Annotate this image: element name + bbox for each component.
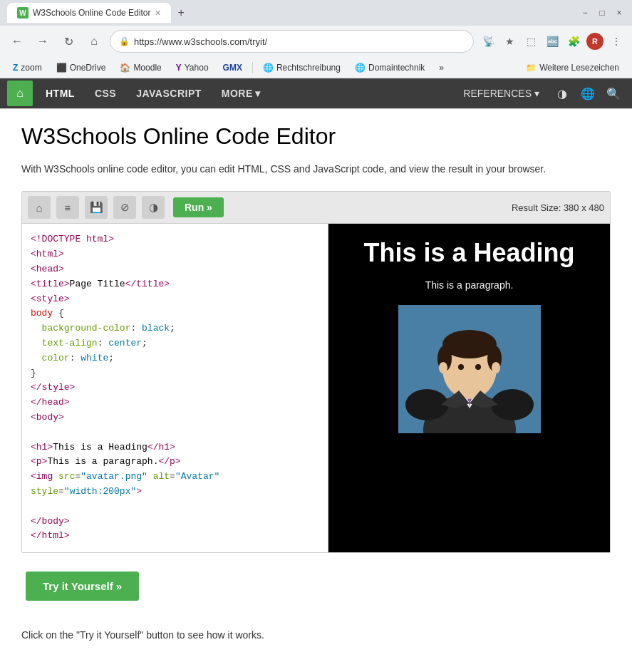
page-title: W3Schools Online Code Editor — [21, 123, 611, 150]
preview-panel: This is a Heading This is a paragraph. — [328, 224, 610, 552]
forward-button[interactable]: → — [33, 31, 53, 51]
nav-css[interactable]: CSS — [85, 81, 126, 106]
translate-icon[interactable]: 🔤 — [544, 33, 561, 50]
address-bar: ← → ↻ ⌂ 🔒 https://www.w3schools.com/tryi… — [0, 26, 632, 57]
further-bookmarks-label: Weitere Lesezeichen — [539, 63, 619, 73]
tab-close-button[interactable]: × — [155, 7, 160, 19]
editor-box: ⌂ ≡ 💾 ⊘ ◑ Run » Result Size: 380 x 480 <… — [21, 191, 611, 553]
nav-references[interactable]: REFERENCES ▾ — [455, 82, 548, 105]
nav-html[interactable]: HTML — [36, 81, 85, 106]
code-line-7: background-color: black; — [31, 321, 319, 336]
window-controls: − □ × — [579, 7, 625, 19]
lock-icon: 🔒 — [119, 36, 130, 46]
nav-more[interactable]: MORE ▾ — [212, 81, 271, 106]
bookmark-domaintechnik-label: Domaintechnik — [368, 63, 425, 73]
footer-description: Click on the "Try it Yourself" button to… — [21, 629, 264, 641]
onedrive-icon: ⬛ — [56, 63, 67, 73]
code-line-17: <img src="avatar.png" alt="Avatar" — [31, 470, 319, 485]
try-it-section: Try it Yourself » — [21, 564, 611, 608]
bookmark-rechtschreibung-label: Rechtschreibung — [276, 63, 341, 73]
gmx-icon: GMX — [223, 63, 242, 73]
nav-javascript[interactable]: JAVASCRIPT — [126, 81, 212, 106]
code-panel[interactable]: <!DOCTYPE html> <html> <head> <title>Pag… — [22, 224, 328, 552]
cast-icon[interactable]: 📡 — [480, 33, 497, 50]
toolbar-home-button[interactable]: ⌂ — [28, 196, 51, 219]
editor-split: <!DOCTYPE html> <html> <head> <title>Pag… — [22, 224, 610, 552]
nav-search-icon[interactable]: 🔍 — [602, 82, 625, 105]
code-line-4: <title>Page Title</title> — [31, 277, 319, 292]
bookmark-star-icon[interactable]: ★ — [501, 33, 518, 50]
bookmark-separator — [252, 62, 253, 73]
code-line-16: <p>This is a paragraph.</p> — [31, 455, 319, 470]
bookmark-zoom-label: zoom — [21, 63, 41, 73]
editor-toolbar: ⌂ ≡ 💾 ⊘ ◑ Run » Result Size: 380 x 480 — [22, 192, 610, 224]
reload-button[interactable]: ↻ — [58, 31, 78, 51]
footer-text: Click on the "Try it Yourself" button to… — [0, 622, 632, 655]
nav-globe-icon[interactable]: 🌐 — [576, 82, 599, 105]
zoom-icon: Z — [13, 63, 18, 73]
new-tab-button[interactable]: + — [171, 2, 192, 24]
nav-theme-toggle[interactable]: ◑ — [551, 82, 574, 105]
close-button[interactable]: × — [613, 7, 625, 19]
url-input[interactable]: 🔒 https://www.w3schools.com/tryit/ — [110, 30, 474, 53]
main-content: W3Schools Online Code Editor With W3Scho… — [0, 109, 632, 622]
bookmark-rechtschreibung[interactable]: 🌐 Rechtschreibung — [257, 61, 346, 74]
further-bookmarks[interactable]: 📁 Weitere Lesezeichen — [520, 61, 625, 74]
nav-references-chevron-icon: ▾ — [534, 88, 539, 99]
extensions-icon[interactable]: 🧩 — [565, 33, 582, 50]
code-line-20: </body> — [31, 515, 319, 529]
nav-more-label: MORE — [222, 88, 253, 99]
code-line-6: body { — [31, 306, 319, 321]
code-line-13: <body> — [31, 410, 319, 425]
run-button[interactable]: Run » — [173, 197, 224, 217]
yahoo-icon: Y — [176, 63, 182, 73]
preview-heading: This is a Heading — [343, 238, 596, 268]
menu-icon[interactable]: ⋮ — [608, 33, 625, 50]
bookmark-more[interactable]: » — [433, 61, 450, 74]
code-line-19 — [31, 500, 319, 515]
code-line-8: text-align: center; — [31, 336, 319, 351]
bookmark-yahoo-label: Yahoo — [185, 63, 209, 73]
toolbar-contrast-button[interactable]: ◑ — [142, 196, 165, 219]
code-line-2: <html> — [31, 247, 319, 262]
bookmark-gmx[interactable]: GMX — [217, 61, 248, 74]
svg-point-12 — [475, 364, 481, 370]
w3schools-home-button[interactable]: ⌂ — [7, 81, 33, 106]
back-button[interactable]: ← — [7, 31, 27, 51]
try-it-button[interactable]: Try it Yourself » — [26, 572, 139, 601]
home-button[interactable]: ⌂ — [84, 31, 104, 51]
rechtschreibung-icon: 🌐 — [263, 63, 274, 73]
bookmark-zoom[interactable]: Z zoom — [7, 61, 48, 74]
code-line-14 — [31, 425, 319, 440]
minimize-button[interactable]: − — [579, 7, 591, 19]
preview-content: This is a Heading This is a paragraph. — [343, 238, 596, 433]
profile-icon[interactable]: R — [586, 33, 603, 50]
code-line-15: <h1>This is a Heading</h1> — [31, 440, 319, 455]
bookmark-domaintechnik[interactable]: 🌐 Domaintechnik — [349, 61, 430, 74]
nav-more-chevron-icon: ▾ — [255, 88, 261, 99]
code-line-1: <!DOCTYPE html> — [31, 232, 319, 247]
browser-tab[interactable]: W W3Schools Online Code Editor × — [7, 3, 171, 23]
moodle-icon: 🏠 — [120, 63, 130, 73]
code-line-12: </head> — [31, 396, 319, 410]
bookmark-onedrive[interactable]: ⬛ OneDrive — [51, 61, 112, 74]
toolbar-menu-button[interactable]: ≡ — [56, 196, 79, 219]
code-line-3: <head> — [31, 262, 319, 277]
url-text: https://www.w3schools.com/tryit/ — [134, 36, 465, 47]
bookmarks-bar: Z zoom ⬛ OneDrive 🏠 Moodle Y Yahoo GMX 🌐… — [0, 57, 632, 78]
svg-point-11 — [458, 364, 464, 370]
toolbar-save-button[interactable]: 💾 — [85, 196, 108, 219]
maximize-button[interactable]: □ — [596, 7, 608, 19]
code-line-5: <style> — [31, 292, 319, 307]
code-line-11: </style> — [31, 381, 319, 396]
bookmark-moodle-label: Moodle — [133, 63, 161, 73]
bookmark-moodle[interactable]: 🏠 Moodle — [114, 61, 167, 74]
tab-label: W3Schools Online Code Editor — [33, 8, 150, 18]
result-size: Result Size: 380 x 480 — [512, 202, 604, 213]
bookmark-yahoo[interactable]: Y Yahoo — [170, 61, 214, 74]
history-icon[interactable]: ⬚ — [522, 33, 539, 50]
toolbar-no-button[interactable]: ⊘ — [113, 196, 136, 219]
bookmarks-right: 📁 Weitere Lesezeichen — [520, 61, 625, 74]
code-line-9: color: white; — [31, 351, 319, 366]
tab-favicon: W — [17, 7, 29, 19]
